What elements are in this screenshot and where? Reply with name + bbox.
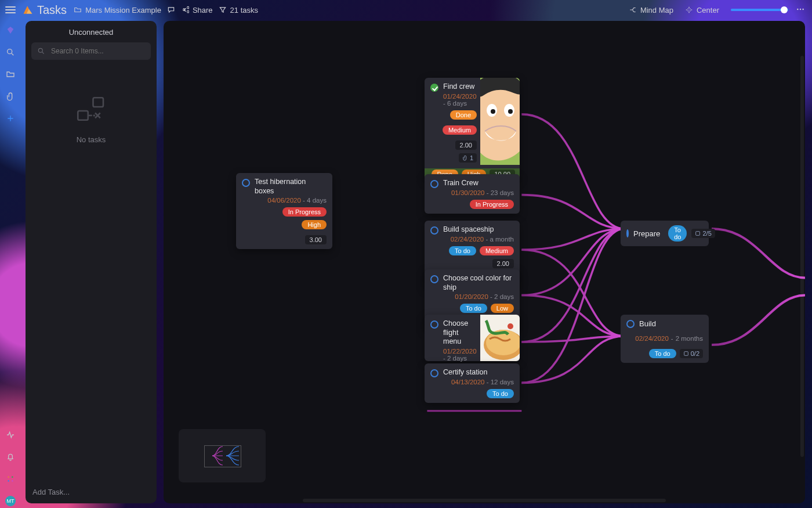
card-title: Test hibernation boxes xyxy=(255,178,327,196)
svg-point-15 xyxy=(491,109,495,114)
chat-button[interactable] xyxy=(167,6,175,14)
sidebar-empty-label: No tasks xyxy=(77,135,106,144)
center-button[interactable]: Center xyxy=(685,6,719,15)
svg-point-5 xyxy=(12,476,13,478)
card-duration: 2 days xyxy=(494,293,514,300)
checklist-icon xyxy=(695,230,701,236)
minimap[interactable] xyxy=(179,429,266,482)
add-task-button[interactable]: Add Task... xyxy=(26,482,157,503)
card-title: Choose flight menu xyxy=(443,319,477,347)
rail-folder[interactable] xyxy=(3,67,17,81)
breadcrumb-folder-label: Mars Mission Example xyxy=(85,6,161,15)
zoom-slider[interactable] xyxy=(731,9,789,11)
apps-icon xyxy=(6,474,15,484)
card-certify[interactable]: Certify station 04/13/2020 - 12 days To … xyxy=(425,363,520,403)
share-icon xyxy=(181,6,189,14)
status-circle-icon[interactable] xyxy=(242,179,250,187)
view-mode-button[interactable]: Mind Map xyxy=(629,6,673,15)
sidebar-search-input[interactable] xyxy=(50,46,145,56)
status-chip: In Progress xyxy=(282,207,327,217)
priority-chip: Medium xyxy=(443,125,477,135)
folder-icon xyxy=(74,6,82,14)
status-circle-icon[interactable] xyxy=(430,275,438,283)
checklist-icon xyxy=(683,351,689,356)
rail-attach[interactable] xyxy=(3,89,17,103)
card-hibernate[interactable]: Test hibernation boxes 04/06/2020 - 4 da… xyxy=(236,173,332,249)
funnel-icon xyxy=(219,6,227,14)
card-date: 04/06/2020 xyxy=(267,197,301,204)
sidebar-empty: No tasks xyxy=(26,95,157,144)
card-title: Build spaceship xyxy=(443,225,514,235)
checklist-badge: 2/5 xyxy=(691,229,715,238)
status-circle-icon[interactable] xyxy=(626,229,629,237)
status-chip: To do xyxy=(460,304,487,313)
breadcrumb-folder[interactable]: Mars Mission Example xyxy=(74,6,161,15)
search-icon xyxy=(37,47,45,55)
card-title: Find crew xyxy=(443,82,477,92)
bell-icon xyxy=(6,452,15,462)
menu-button[interactable] xyxy=(0,0,21,20)
card-image xyxy=(480,315,520,361)
rail-gem[interactable] xyxy=(3,23,17,37)
card-flight-menu[interactable]: Choose flight menu 01/22/2020 - 2 days xyxy=(425,315,520,361)
svg-point-21 xyxy=(507,323,513,329)
card-title: Train Crew xyxy=(443,179,514,188)
card-title: Certify station xyxy=(443,368,514,377)
card-date: 01/30/2020 xyxy=(451,189,485,196)
center-icon xyxy=(685,6,693,14)
rail-add[interactable] xyxy=(3,111,17,125)
view-mode-label: Mind Map xyxy=(640,6,673,15)
status-chip: Done xyxy=(450,110,477,120)
card-train-crew[interactable]: Train Crew 01/30/2020 - 23 days In Progr… xyxy=(425,174,520,214)
sidebar-search xyxy=(31,42,151,60)
card-build[interactable]: Build 02/24/2020 - 2 months To do 0/2 xyxy=(621,315,709,363)
canvas-horizontal-scrollbar[interactable] xyxy=(303,499,666,502)
status-chip: To do xyxy=(668,225,687,242)
card-find-crew[interactable]: Find crew 01/24/2020 - 6 days Done Mediu… xyxy=(425,78,520,180)
status-circle-icon[interactable] xyxy=(430,226,438,235)
canvas-vertical-scrollbar[interactable] xyxy=(800,56,804,457)
card-prepare[interactable]: Prepare To do 2/5 xyxy=(621,221,709,246)
card-date: 01/24/2020 xyxy=(443,93,477,100)
paperclip-icon xyxy=(6,92,15,101)
status-chip: To do xyxy=(649,349,676,358)
priority-chip: High xyxy=(302,220,327,229)
card-value: 3.00 xyxy=(305,235,327,244)
card-value: 2.00 xyxy=(455,140,477,150)
rail-apps[interactable] xyxy=(3,472,17,486)
svg-rect-23 xyxy=(684,352,688,356)
rail-search[interactable] xyxy=(3,45,17,59)
app-title: Tasks xyxy=(37,3,67,17)
status-circle-icon[interactable] xyxy=(626,320,635,328)
svg-point-1 xyxy=(800,8,801,9)
card-title: Build xyxy=(639,319,703,328)
minimap-viewport[interactable] xyxy=(204,445,241,467)
status-circle-icon[interactable] xyxy=(430,320,438,329)
center-label: Center xyxy=(697,6,719,15)
status-circle-icon[interactable] xyxy=(430,180,438,188)
card-value: 2.00 xyxy=(492,259,514,268)
card-title: Prepare xyxy=(633,229,660,238)
svg-point-0 xyxy=(797,8,798,9)
card-title: Choose cool color for ship xyxy=(443,274,514,292)
svg-rect-10 xyxy=(78,111,88,120)
status-chip: To do xyxy=(449,246,476,255)
chat-icon xyxy=(167,6,175,14)
card-duration: 12 days xyxy=(491,379,514,385)
card-image xyxy=(480,78,520,180)
filter-button[interactable]: 21 tasks xyxy=(219,6,258,15)
share-button[interactable]: Share xyxy=(181,6,213,15)
mindmap-canvas[interactable]: Test hibernation boxes 04/06/2020 - 4 da… xyxy=(164,21,805,503)
more-icon xyxy=(796,5,805,14)
status-circle-icon[interactable] xyxy=(430,369,438,377)
activity-icon xyxy=(6,430,15,439)
svg-point-6 xyxy=(8,480,9,482)
rail-notify[interactable] xyxy=(3,450,17,464)
rail-activity[interactable] xyxy=(3,428,17,442)
svg-point-11 xyxy=(93,114,96,117)
rail-avatar[interactable]: MT xyxy=(3,494,17,508)
status-done-icon[interactable] xyxy=(430,84,438,92)
priority-chip: Low xyxy=(491,304,514,313)
card-date: 02/24/2020 xyxy=(635,335,669,342)
more-button[interactable] xyxy=(795,5,806,16)
